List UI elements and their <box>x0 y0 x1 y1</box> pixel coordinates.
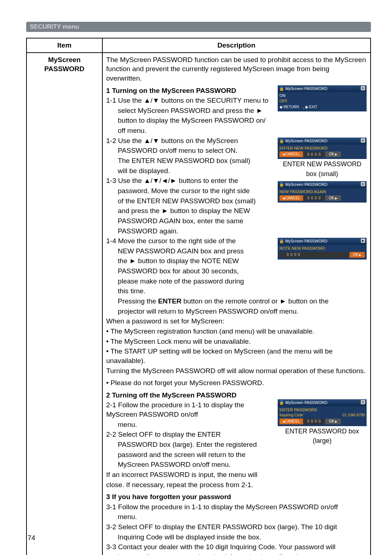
s1-14e: please make note of the password during <box>106 277 367 286</box>
s1-b1: • The MyScreen registration function (an… <box>106 327 367 336</box>
s3-33b: be sent after your user registration inf… <box>106 552 367 555</box>
description-cell: The MyScreen PASSWORD function can be us… <box>102 53 371 555</box>
s1-13e: PASSWORD AGAIN box, enter the same <box>106 216 367 226</box>
s2-tail2: close. If necessary, repeat the process … <box>106 480 367 490</box>
s1-turnoff: Turning the MyScreen PASSWORD off will a… <box>106 366 367 376</box>
s1-b3: • The START UP setting will be locked on… <box>106 347 367 365</box>
code-field: 0 0 0 0 <box>305 152 324 158</box>
close-icon: ⊗ <box>361 86 365 90</box>
panel-subtitle: NEW PASSWORD AGAIN <box>279 189 365 195</box>
page-number: 74 <box>28 534 35 542</box>
code-field: 0 0 0 0 <box>305 419 324 424</box>
s1-note: • Please do not forget your MyScreen PAS… <box>106 378 367 388</box>
s3-33: 3-3 Contact your dealer with the 10 digi… <box>106 542 367 552</box>
s1-14f: this time. <box>106 286 367 296</box>
lock-icon: 🔒 <box>279 182 284 187</box>
s1-tail2: projector will return to MyScreen PASSWO… <box>106 307 367 316</box>
s3-32b: Inquiring Code will be displayed inside … <box>106 532 367 542</box>
close-icon: ⊗ <box>361 400 365 404</box>
s1-b2: • The MyScreen Lock menu will be unavail… <box>106 337 367 346</box>
panel-subtitle: ENTER PASSWORD <box>279 407 365 413</box>
item-cell: MyScreen PASSWORD <box>26 53 102 555</box>
panel-subtitle: ENTER NEW PASSWORD <box>279 146 365 151</box>
nav-exit: , ◉:EXIT <box>303 105 318 109</box>
lock-icon: 🔒 <box>279 400 284 405</box>
s3-31: 3-1 Follow the procedure in 1-1 to displ… <box>106 502 367 512</box>
s2-tail1: If an incorrect PASSWORD is input, the m… <box>106 470 367 479</box>
cancel-button: CANCEL <box>279 151 303 157</box>
s3-32: 3-2 Select OFF to display the ENTER PASS… <box>106 522 367 532</box>
osd-panel-enter-new: 🔒 MyScreen PASSWORD⊗ ENTER NEW PASSWORD … <box>278 138 367 178</box>
item-line1: MyScreen <box>30 55 98 65</box>
panel-caption-a: ENTER NEW PASSWORD <box>278 160 367 168</box>
ok-button: OK <box>325 151 340 157</box>
s1-tail1: Pressing the ENTER button on the remote … <box>106 297 367 306</box>
option-off: OFF <box>279 98 365 104</box>
close-icon: ⊗ <box>361 182 365 186</box>
s3-31b: menu. <box>106 512 367 522</box>
ok-button: OK <box>350 252 365 258</box>
ok-button: OK <box>325 419 340 424</box>
cancel-button: CANCEL <box>279 195 303 201</box>
s1-14d: PASSWORD box for about 30 seconds, <box>106 266 367 276</box>
panel-caption-b: box (small) <box>278 170 367 178</box>
osd-panel-note: 🔒 MyScreen PASSWORD▶ NOTE NEW PASSWORD 0… <box>278 238 367 259</box>
osd-panel-onoff: 🔒 MyScreen PASSWORD⊗ ON OFF ◉:RETURN , ◉… <box>278 85 367 111</box>
intro-text: The MyScreen PASSWORD function can be us… <box>106 55 367 83</box>
s1-13d: and press the ► button to display the NE… <box>106 206 367 216</box>
close-icon: ⊗ <box>361 138 365 143</box>
s1-11d: off menu. <box>106 126 367 135</box>
code-field: 0 0 0 0 <box>279 252 348 258</box>
section-banner: SECURITY menu <box>26 22 371 32</box>
item-line2: PASSWORD <box>30 64 98 74</box>
nav-return: ◉:RETURN <box>279 105 299 109</box>
s2-22d: MyScreen PASSWORD on/off menu. <box>106 460 367 469</box>
main-table: Item Description MyScreen PASSWORD The M… <box>26 38 371 555</box>
sec3-head: 3 If you have forgotten your password <box>106 492 367 502</box>
lock-icon: 🔒 <box>279 139 284 143</box>
lock-icon: 🔒 <box>279 86 284 91</box>
panel-subtitle: NOTE NEW PASSWORD <box>279 246 365 251</box>
ok-button: OK <box>325 195 340 201</box>
lock-icon: 🔒 <box>279 239 284 243</box>
code-field: 0 0 0 0 <box>305 195 324 201</box>
option-on: ON <box>279 93 365 98</box>
col-item-header: Item <box>26 38 102 53</box>
s1-when: When a password is set for MyScreen: <box>106 317 367 326</box>
osd-panel-again: 🔒 MyScreen PASSWORD⊗ NEW PASSWORD AGAIN … <box>278 181 367 203</box>
s2-22c: password and the screen will return to t… <box>106 450 367 460</box>
cancel-button: CANCEL <box>279 419 303 424</box>
close-icon: ▶ <box>361 238 365 243</box>
col-desc-header: Description <box>102 38 371 53</box>
osd-panel-enter-large: 🔒 MyScreen PASSWORD⊗ ENTER PASSWORD Inqu… <box>278 399 367 445</box>
s1-11c: button to display the MyScreen PASSWORD … <box>106 116 367 125</box>
panel-caption-a: ENTER PASSWORD box <box>278 427 367 436</box>
s1-13f: PASSWORD again. <box>106 227 367 236</box>
panel-caption-b: (large) <box>278 436 367 445</box>
inq-label: Inquiring Code <box>279 413 303 418</box>
inq-code: 01 2345 6789 <box>343 413 365 418</box>
sec2-head: 2 Turning off the MyScreen PASSWORD <box>106 391 367 400</box>
